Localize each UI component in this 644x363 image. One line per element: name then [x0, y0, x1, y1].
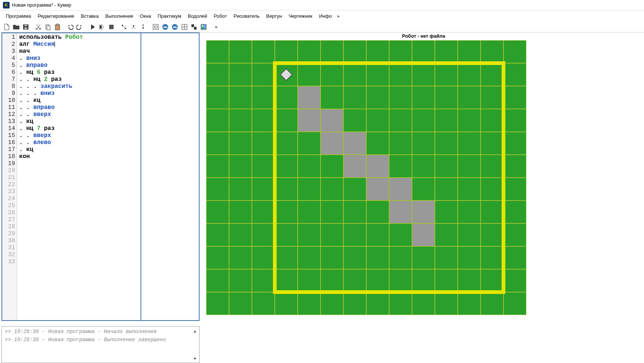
svg-rect-6: [47, 26, 50, 30]
code-line[interactable]: кон: [19, 153, 197, 160]
code-line[interactable]: . . . вниз: [19, 90, 197, 97]
robot-panel-title: Робот - нет файла: [206, 32, 641, 40]
right-pane: Робот - нет файла: [201, 32, 644, 363]
menu-Вертун[interactable]: Вертун: [263, 12, 285, 20]
svg-rect-7: [55, 25, 60, 30]
code-line[interactable]: . . вверх: [19, 132, 197, 139]
menu-Окна[interactable]: Окна: [137, 12, 154, 20]
menu-Программа[interactable]: Программа: [3, 12, 34, 20]
step-into-button[interactable]: [120, 23, 128, 31]
cut-button[interactable]: [34, 23, 43, 31]
svg-rect-2: [24, 27, 27, 29]
menu-Редактирование[interactable]: Редактирование: [35, 12, 77, 20]
menu-Рисователь[interactable]: Рисователь: [231, 12, 262, 20]
svg-rect-20: [194, 27, 197, 30]
run-button[interactable]: [88, 23, 97, 31]
console-scroll-down[interactable]: ▾: [192, 355, 198, 361]
svg-rect-54: [298, 86, 320, 109]
menu-Водолей[interactable]: Водолей: [185, 12, 210, 20]
menu-Практикум[interactable]: Практикум: [155, 12, 184, 20]
line-gutter: 1234567891011121314151617181920212223242…: [2, 33, 17, 320]
image-button[interactable]: [199, 23, 208, 31]
svg-rect-21: [194, 24, 197, 27]
svg-rect-22: [191, 27, 194, 30]
svg-point-13: [142, 27, 144, 29]
console-line: >> 19:26:38 - Новая программа - Выполнен…: [5, 337, 189, 345]
svg-point-24: [202, 25, 203, 27]
toolbar: IO »: [0, 21, 644, 32]
menu-Чертежник[interactable]: Чертежник: [285, 12, 315, 20]
new-file-button[interactable]: [2, 23, 11, 31]
code-line[interactable]: . . влево: [19, 139, 197, 146]
open-file-button[interactable]: [12, 23, 21, 31]
menu-Робот[interactable]: Робот: [211, 12, 230, 20]
svg-rect-56: [321, 109, 343, 131]
svg-rect-62: [389, 178, 412, 200]
code-line[interactable]: . . вправо: [19, 104, 197, 111]
left-pane: 1234567891011121314151617181920212223242…: [0, 32, 201, 363]
code-line[interactable]: . нц 6 раз: [19, 69, 197, 76]
svg-rect-58: [344, 132, 366, 154]
actor-2-button[interactable]: [170, 23, 179, 31]
svg-point-10: [122, 25, 123, 26]
console-scroll-up[interactable]: ▴: [192, 328, 198, 334]
svg-point-12: [133, 25, 134, 27]
redo-button[interactable]: [75, 23, 84, 31]
svg-point-11: [125, 28, 126, 29]
titlebar: K Новая программа* - Кумир: [0, 0, 644, 10]
code-line[interactable]: . вниз: [19, 55, 197, 62]
undo-button[interactable]: [66, 23, 75, 31]
console-line: >> 19:26:38 - Новая программа - Начало в…: [5, 329, 189, 337]
svg-rect-61: [367, 178, 389, 200]
window-title: Новая программа* - Кумир: [12, 2, 71, 8]
code-line[interactable]: . . кц: [19, 97, 197, 104]
grid-view-button[interactable]: [180, 23, 189, 31]
code-line[interactable]: . кц: [19, 146, 197, 153]
paste-button[interactable]: [53, 23, 62, 31]
editor-split[interactable]: [141, 33, 141, 320]
menu-more[interactable]: »: [335, 12, 341, 20]
svg-rect-60: [367, 155, 389, 177]
step-out-button[interactable]: [139, 23, 148, 31]
svg-rect-63: [389, 201, 412, 223]
svg-rect-9: [109, 25, 114, 29]
menu-Вставка[interactable]: Вставка: [78, 12, 101, 20]
step-over-button[interactable]: [129, 23, 138, 31]
svg-text:IO: IO: [154, 25, 158, 29]
menu-Инфо[interactable]: Инфо: [316, 12, 335, 20]
robot-grid-svg[interactable]: [206, 40, 526, 315]
code-line[interactable]: [19, 160, 197, 167]
stop-button[interactable]: [107, 23, 116, 31]
code-area[interactable]: использовать Роботалг Миссиянач. вниз. в…: [17, 33, 199, 320]
code-line[interactable]: . нц 7 раз: [19, 125, 197, 132]
step-button[interactable]: [97, 23, 106, 31]
code-line[interactable]: . вправо: [19, 62, 197, 69]
code-line[interactable]: . . . закрасить: [19, 83, 197, 90]
svg-rect-59: [344, 155, 366, 177]
io-panel-button[interactable]: IO: [151, 23, 160, 31]
svg-rect-19: [191, 24, 194, 27]
svg-rect-65: [412, 224, 434, 246]
svg-rect-57: [321, 132, 343, 154]
menubar: ПрограммаРедактированиеВставкаВыполнение…: [0, 10, 644, 21]
code-line[interactable]: алг Миссия: [19, 41, 197, 48]
code-editor[interactable]: 1234567891011121314151617181920212223242…: [1, 32, 200, 321]
code-line[interactable]: использовать Робот: [19, 34, 197, 41]
svg-rect-55: [298, 109, 320, 131]
code-line[interactable]: . кц: [19, 118, 197, 125]
actor-1-button[interactable]: [161, 23, 170, 31]
svg-rect-1: [24, 25, 27, 26]
checker-button[interactable]: [190, 23, 198, 31]
copy-button[interactable]: [44, 23, 52, 31]
code-line[interactable]: нач: [19, 48, 197, 55]
code-line[interactable]: . . нц 2 раз: [19, 76, 197, 83]
robot-canvas[interactable]: [206, 40, 641, 363]
save-file-button[interactable]: [21, 23, 30, 31]
app-icon: K: [3, 2, 10, 8]
toolbar-more-button[interactable]: »: [212, 23, 221, 31]
code-line[interactable]: . . вверх: [19, 111, 197, 118]
svg-rect-64: [412, 201, 434, 223]
console: >> 19:26:38 - Новая программа - Начало в…: [1, 326, 200, 363]
console-output[interactable]: >> 19:26:38 - Новая программа - Начало в…: [2, 326, 192, 363]
menu-Выполнение[interactable]: Выполнение: [102, 12, 136, 20]
